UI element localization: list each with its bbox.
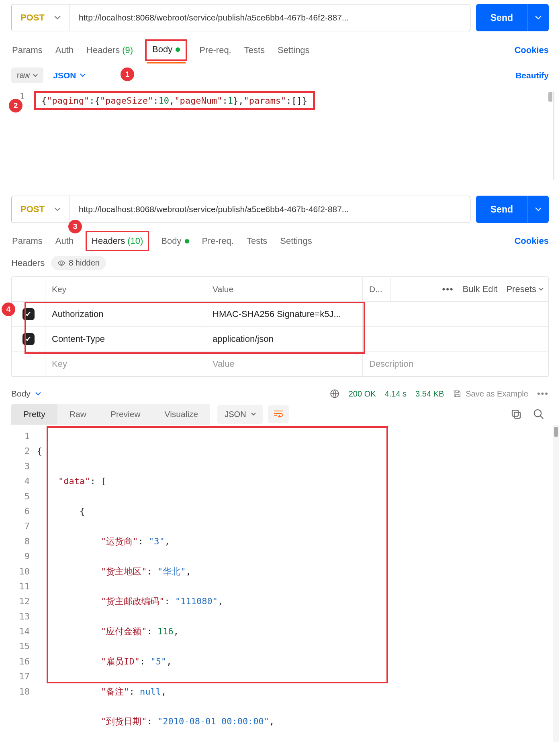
wrap-icon <box>274 409 283 417</box>
body-highlight-box: {"paging":{"pageSize":10,"pageNum":1},"p… <box>34 91 315 110</box>
rtab-visualize[interactable]: Visualize <box>153 404 211 425</box>
save-as-example-button[interactable]: Save as Example <box>453 389 528 399</box>
tab-params[interactable]: Params <box>11 233 43 249</box>
url-input[interactable]: http://localhost:8068/webroot/service/pu… <box>70 4 470 31</box>
wrap-lines-button[interactable] <box>268 405 289 423</box>
body-type-select[interactable]: raw <box>11 67 43 83</box>
tab-settings[interactable]: Settings <box>277 43 311 58</box>
header-row[interactable]: ✔ Authorization HMAC-SHA256 Signature=k5… <box>12 302 548 327</box>
tab-params[interactable]: Params <box>11 43 43 58</box>
tab-body[interactable]: Body <box>151 42 181 57</box>
response-format-select[interactable]: JSON <box>217 405 263 424</box>
cookies-link[interactable]: Cookies <box>514 236 549 246</box>
globe-icon[interactable] <box>329 388 340 399</box>
chevron-down-icon <box>251 413 256 416</box>
headers-table: Key Value D... ••• Bulk Edit Presets ✔ A… <box>11 276 549 377</box>
chevron-down-icon <box>54 207 61 211</box>
headers-table-header-row: Key Value D... ••• Bulk Edit Presets <box>12 277 548 302</box>
scrollbar-thumb[interactable] <box>554 427 558 437</box>
beautify-button[interactable]: Beautify <box>515 71 549 80</box>
header-value-input[interactable]: Value <box>206 352 363 376</box>
check-icon: ✔ <box>25 335 31 343</box>
header-value-cell[interactable]: HMAC-SHA256 Signature=k5J... <box>206 302 363 326</box>
body-format-select[interactable]: JSON <box>53 71 86 80</box>
rtab-raw[interactable]: Raw <box>57 404 98 425</box>
tab-settings[interactable]: Settings <box>279 233 313 249</box>
tab-tests[interactable]: Tests <box>246 233 268 249</box>
svg-rect-1 <box>514 412 520 418</box>
send-button[interactable]: Send <box>476 4 549 31</box>
method-select[interactable]: POST <box>12 196 70 223</box>
response-size: 3.54 KB <box>415 389 444 399</box>
headers-count: (9) <box>122 45 133 55</box>
header-value-cell[interactable]: application/json <box>206 327 363 351</box>
send-button-dropdown[interactable] <box>527 196 549 223</box>
header-key-input[interactable]: Key <box>45 352 206 376</box>
header-key-cell[interactable]: Content-Type <box>45 327 206 351</box>
method-url-bar: POST http://localhost:8068/webroot/servi… <box>11 196 470 223</box>
svg-rect-2 <box>512 410 518 416</box>
response-time: 4.14 s <box>385 389 407 399</box>
header-checkbox[interactable]: ✔ <box>22 308 35 320</box>
save-icon <box>453 389 462 398</box>
tab-headers[interactable]: Headers (9) <box>86 43 134 58</box>
presets-dropdown[interactable]: Presets <box>506 284 544 294</box>
more-options-icon[interactable]: ••• <box>537 388 549 399</box>
tab-headers[interactable]: Headers (10) <box>91 233 144 249</box>
search-icon[interactable] <box>533 408 545 420</box>
header-row[interactable]: ✔ Content-Type application/json <box>12 327 548 352</box>
scrollbar-track[interactable] <box>553 425 559 742</box>
tab-headers-highlight-box: Headers (10) <box>86 231 149 251</box>
header-description-cell[interactable] <box>363 327 548 351</box>
header-description-input[interactable]: Description <box>363 352 548 376</box>
th-description: D... <box>363 277 391 301</box>
url-input[interactable]: http://localhost:8068/webroot/service/pu… <box>70 196 470 223</box>
response-body[interactable]: 123456789101112131415161718 { "data": [ … <box>0 425 560 742</box>
send-button-label: Send <box>476 4 527 31</box>
response-code: { "data": [ { "运货商": "3", "货主地区": "华北", … <box>37 429 552 742</box>
body-modified-dot-icon <box>176 47 180 52</box>
copy-icon[interactable] <box>510 408 522 420</box>
send-button-label: Send <box>476 196 527 223</box>
header-description-cell[interactable] <box>363 302 548 326</box>
chevron-down-icon <box>35 392 41 396</box>
rtab-preview[interactable]: Preview <box>98 404 153 425</box>
scrollbar-thumb[interactable] <box>548 92 552 102</box>
method-label: POST <box>20 204 45 215</box>
response-view-tabs: Pretty Raw Preview Visualize <box>11 404 210 425</box>
bulk-edit-button[interactable]: Bulk Edit <box>463 284 498 294</box>
chevron-down-icon <box>33 74 38 77</box>
chevron-down-icon <box>54 16 61 20</box>
tab-body-highlight-box: Body <box>145 39 187 61</box>
hidden-headers-toggle[interactable]: 8 hidden <box>51 256 106 270</box>
chevron-down-icon <box>539 288 544 291</box>
method-label: POST <box>20 12 45 23</box>
tab-auth[interactable]: Auth <box>55 43 74 58</box>
headers-count: (10) <box>127 236 143 246</box>
header-key-cell[interactable]: Authorization <box>45 302 206 326</box>
svg-point-3 <box>534 410 542 417</box>
tab-prereq[interactable]: Pre-req. <box>198 43 232 58</box>
method-select[interactable]: POST <box>12 4 70 31</box>
chevron-down-icon <box>80 74 86 77</box>
headers-section-title: Headers <box>11 258 45 268</box>
header-row-empty[interactable]: Key Value Description <box>12 352 548 376</box>
response-section-select[interactable]: Body <box>11 389 41 399</box>
tab-prereq[interactable]: Pre-req. <box>201 233 235 249</box>
rtab-pretty[interactable]: Pretty <box>11 404 57 425</box>
more-options-icon[interactable]: ••• <box>442 284 454 294</box>
eye-icon <box>57 259 65 267</box>
callout-3: 3 <box>68 220 82 233</box>
th-value: Value <box>206 277 363 301</box>
cookies-link[interactable]: Cookies <box>514 45 549 55</box>
body-editor[interactable]: 1 {"paging":{"pageSize":10,"pageNum":1},… <box>11 91 554 180</box>
check-icon: ✔ <box>25 310 31 319</box>
tab-body[interactable]: Body <box>160 233 190 249</box>
send-button[interactable]: Send <box>476 196 549 223</box>
tab-tests[interactable]: Tests <box>243 43 266 58</box>
send-button-dropdown[interactable] <box>527 4 549 31</box>
tab-auth[interactable]: Auth <box>55 233 74 249</box>
header-checkbox[interactable]: ✔ <box>22 333 35 345</box>
th-key: Key <box>45 277 206 301</box>
response-gutter: 123456789101112131415161718 <box>11 429 37 742</box>
